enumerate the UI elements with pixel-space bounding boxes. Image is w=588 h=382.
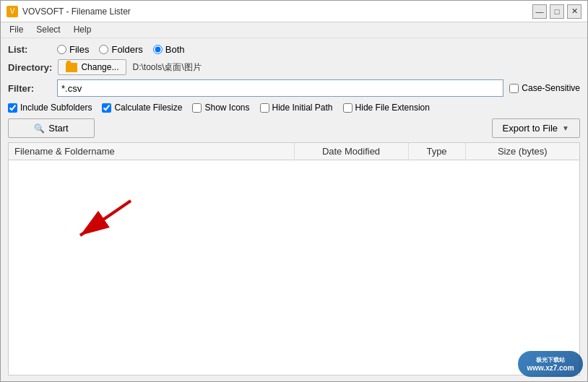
hide-initial-path-checkbox[interactable]	[260, 103, 269, 113]
list-radio-group: Files Folders Both	[57, 44, 185, 55]
case-sensitive-text: Case-Sensitive	[522, 83, 580, 93]
table-header: Filename & Foldername Date Modified Type…	[9, 143, 579, 160]
col-filename-header: Filename & Foldername	[9, 143, 294, 160]
watermark: 极光下载站 www.xz7.com	[518, 351, 583, 377]
main-window: V VOVSOFT - Filename Lister — □ ✕ File S…	[0, 0, 588, 382]
col-size-header: Size (bytes)	[465, 143, 579, 160]
radio-both-label: Both	[165, 44, 185, 55]
start-btn-label: Start	[48, 123, 68, 134]
menu-file[interactable]: File	[4, 24, 29, 36]
start-button[interactable]: 🔍 Start	[8, 118, 95, 138]
change-btn-label: Change...	[81, 62, 118, 72]
include-subfolders-text: Include Subfolders	[20, 103, 92, 113]
export-btn-label: Export to File	[503, 123, 558, 134]
watermark-inner: 极光下载站 www.xz7.com	[527, 356, 574, 372]
file-table: Filename & Foldername Date Modified Type…	[9, 143, 579, 160]
menu-help[interactable]: Help	[68, 24, 98, 36]
include-subfolders-checkbox[interactable]	[8, 103, 17, 113]
title-bar: V VOVSOFT - Filename Lister — □ ✕	[1, 1, 587, 22]
action-row: 🔍 Start Export to File ▼	[8, 118, 580, 138]
search-icon: 🔍	[34, 123, 45, 134]
calculate-filesize-label[interactable]: Calculate Filesize	[102, 103, 182, 113]
hide-initial-path-text: Hide Initial Path	[272, 103, 333, 113]
calculate-filesize-checkbox[interactable]	[102, 103, 111, 113]
directory-row: Directory: Change... D:\tools\桌面\图片	[8, 59, 580, 75]
show-icons-label[interactable]: Show Icons	[192, 103, 249, 113]
radio-both-input[interactable]	[153, 45, 163, 54]
radio-folders-input[interactable]	[99, 45, 108, 54]
radio-files-label: Files	[69, 44, 89, 55]
change-directory-button[interactable]: Change...	[58, 59, 126, 75]
options-row: Include Subfolders Calculate Filesize Sh…	[8, 101, 580, 114]
list-row: List: Files Folders Both	[8, 44, 580, 55]
app-icon: V	[7, 6, 18, 17]
folder-icon	[66, 63, 77, 72]
case-sensitive-checkbox[interactable]	[509, 84, 519, 93]
title-controls: — □ ✕	[532, 4, 581, 19]
menu-bar: File Select Help	[1, 22, 587, 38]
radio-folders[interactable]: Folders	[99, 44, 142, 55]
main-area: List: Files Folders Both Directory:	[1, 38, 587, 381]
filter-input[interactable]	[57, 79, 503, 97]
window-title: VOVSOFT - Filename Lister	[22, 6, 131, 17]
list-label: List:	[8, 44, 51, 55]
hide-file-extension-label[interactable]: Hide File Extension	[343, 103, 430, 113]
col-type-header: Type	[408, 143, 465, 160]
directory-path: D:\tools\桌面\图片	[132, 61, 201, 74]
watermark-line1: 极光下载站	[536, 356, 565, 364]
table-header-row: Filename & Foldername Date Modified Type…	[9, 143, 579, 160]
minimize-button[interactable]: —	[532, 4, 547, 19]
dropdown-arrow-icon: ▼	[562, 124, 569, 132]
hide-initial-path-label[interactable]: Hide Initial Path	[260, 103, 333, 113]
radio-folders-label: Folders	[111, 44, 142, 55]
file-table-container: Filename & Foldername Date Modified Type…	[8, 142, 580, 376]
show-icons-checkbox[interactable]	[192, 103, 202, 113]
include-subfolders-label[interactable]: Include Subfolders	[8, 103, 92, 113]
radio-files-input[interactable]	[57, 45, 66, 54]
case-sensitive-label[interactable]: Case-Sensitive	[509, 83, 580, 93]
calculate-filesize-text: Calculate Filesize	[114, 103, 182, 113]
radio-both[interactable]: Both	[153, 44, 185, 55]
directory-label: Directory:	[8, 62, 52, 73]
radio-files[interactable]: Files	[57, 44, 89, 55]
col-date-header: Date Modified	[294, 143, 408, 160]
filter-row: Filter: Case-Sensitive	[8, 79, 580, 97]
show-icons-text: Show Icons	[204, 103, 249, 113]
watermark-line2: www.xz7.com	[527, 364, 574, 372]
export-button[interactable]: Export to File ▼	[492, 118, 581, 138]
title-bar-left: V VOVSOFT - Filename Lister	[7, 6, 131, 17]
menu-select[interactable]: Select	[30, 24, 66, 36]
hide-file-extension-checkbox[interactable]	[343, 103, 353, 113]
filter-label: Filter:	[8, 83, 51, 94]
hide-file-extension-text: Hide File Extension	[355, 103, 430, 113]
maximize-button[interactable]: □	[550, 4, 564, 19]
close-button[interactable]: ✕	[567, 4, 581, 19]
